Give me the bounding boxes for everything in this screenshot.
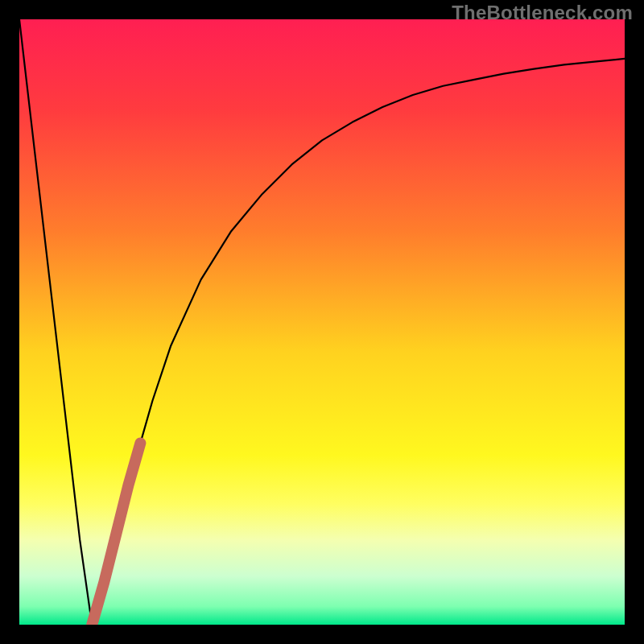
plot-area	[19, 19, 625, 625]
curve-layer	[19, 19, 625, 625]
watermark-text: TheBottleneck.com	[452, 2, 633, 24]
bottleneck-curve	[19, 19, 625, 625]
highlight-segment	[92, 443, 140, 625]
chart-frame: TheBottleneck.com	[0, 0, 644, 644]
